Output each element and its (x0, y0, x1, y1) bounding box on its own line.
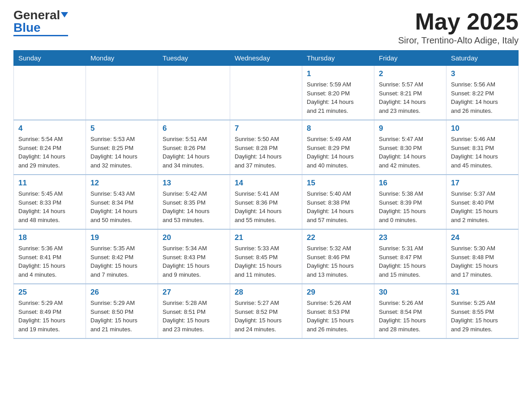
calendar-cell: 10Sunrise: 5:46 AM Sunset: 8:31 PM Dayli… (446, 120, 519, 175)
calendar-cell (14, 66, 86, 120)
weekday-header-saturday: Saturday (446, 51, 519, 66)
day-info: Sunrise: 5:26 AM Sunset: 8:54 PM Dayligh… (379, 299, 442, 334)
day-number: 2 (379, 69, 442, 78)
calendar-week-row: 11Sunrise: 5:45 AM Sunset: 8:33 PM Dayli… (14, 175, 519, 229)
day-number: 10 (451, 124, 514, 133)
calendar-header-row: SundayMondayTuesdayWednesdayThursdayFrid… (14, 51, 519, 66)
day-number: 29 (307, 288, 369, 297)
calendar-week-row: 4Sunrise: 5:54 AM Sunset: 8:24 PM Daylig… (14, 120, 519, 175)
day-info: Sunrise: 5:47 AM Sunset: 8:30 PM Dayligh… (379, 135, 442, 170)
day-number: 22 (307, 233, 369, 242)
weekday-header-monday: Monday (86, 51, 158, 66)
day-info: Sunrise: 5:45 AM Sunset: 8:33 PM Dayligh… (18, 189, 81, 224)
day-number: 1 (307, 69, 369, 78)
day-number: 13 (163, 179, 225, 188)
day-number: 9 (379, 124, 442, 133)
calendar-week-row: 1Sunrise: 5:59 AM Sunset: 8:20 PM Daylig… (14, 66, 519, 120)
day-number: 26 (90, 288, 153, 297)
day-number: 16 (379, 179, 442, 188)
day-info: Sunrise: 5:56 AM Sunset: 8:22 PM Dayligh… (451, 80, 514, 115)
calendar-cell: 6Sunrise: 5:51 AM Sunset: 8:26 PM Daylig… (158, 120, 230, 175)
day-info: Sunrise: 5:37 AM Sunset: 8:40 PM Dayligh… (451, 189, 514, 224)
calendar-cell: 13Sunrise: 5:42 AM Sunset: 8:35 PM Dayli… (158, 175, 230, 229)
calendar-cell: 5Sunrise: 5:53 AM Sunset: 8:25 PM Daylig… (86, 120, 158, 175)
day-info: Sunrise: 5:28 AM Sunset: 8:51 PM Dayligh… (163, 299, 225, 334)
day-info: Sunrise: 5:46 AM Sunset: 8:31 PM Dayligh… (451, 135, 514, 170)
logo-blue-text: Blue (13, 21, 41, 34)
day-info: Sunrise: 5:32 AM Sunset: 8:46 PM Dayligh… (307, 244, 369, 279)
calendar-cell: 8Sunrise: 5:49 AM Sunset: 8:29 PM Daylig… (302, 120, 374, 175)
day-info: Sunrise: 5:53 AM Sunset: 8:25 PM Dayligh… (90, 135, 153, 170)
day-info: Sunrise: 5:25 AM Sunset: 8:55 PM Dayligh… (451, 299, 514, 334)
day-info: Sunrise: 5:33 AM Sunset: 8:45 PM Dayligh… (235, 244, 297, 279)
day-number: 28 (235, 288, 297, 297)
day-info: Sunrise: 5:51 AM Sunset: 8:26 PM Dayligh… (163, 135, 225, 170)
day-info: Sunrise: 5:57 AM Sunset: 8:21 PM Dayligh… (379, 80, 442, 115)
calendar-cell: 31Sunrise: 5:25 AM Sunset: 8:55 PM Dayli… (446, 284, 519, 338)
weekday-header-tuesday: Tuesday (158, 51, 230, 66)
day-number: 17 (451, 179, 514, 188)
day-info: Sunrise: 5:59 AM Sunset: 8:20 PM Dayligh… (307, 80, 369, 115)
calendar-cell: 14Sunrise: 5:41 AM Sunset: 8:36 PM Dayli… (230, 175, 302, 229)
calendar-cell: 9Sunrise: 5:47 AM Sunset: 8:30 PM Daylig… (374, 120, 446, 175)
day-number: 23 (379, 233, 442, 242)
calendar-cell: 28Sunrise: 5:27 AM Sunset: 8:52 PM Dayli… (230, 284, 302, 338)
day-number: 19 (90, 233, 153, 242)
day-number: 5 (90, 124, 153, 133)
calendar-cell: 26Sunrise: 5:29 AM Sunset: 8:50 PM Dayli… (86, 284, 158, 338)
day-info: Sunrise: 5:29 AM Sunset: 8:49 PM Dayligh… (18, 299, 81, 334)
day-info: Sunrise: 5:43 AM Sunset: 8:34 PM Dayligh… (90, 189, 153, 224)
day-number: 3 (451, 69, 514, 78)
weekday-header-sunday: Sunday (14, 51, 86, 66)
calendar-cell: 12Sunrise: 5:43 AM Sunset: 8:34 PM Dayli… (86, 175, 158, 229)
logo-underline (13, 35, 68, 36)
calendar-week-row: 25Sunrise: 5:29 AM Sunset: 8:49 PM Dayli… (14, 284, 519, 338)
month-title: May 2025 (398, 9, 519, 34)
day-info: Sunrise: 5:34 AM Sunset: 8:43 PM Dayligh… (163, 244, 225, 279)
day-info: Sunrise: 5:49 AM Sunset: 8:29 PM Dayligh… (307, 135, 369, 170)
day-info: Sunrise: 5:50 AM Sunset: 8:28 PM Dayligh… (235, 135, 297, 170)
day-info: Sunrise: 5:42 AM Sunset: 8:35 PM Dayligh… (163, 189, 225, 224)
weekday-header-friday: Friday (374, 51, 446, 66)
calendar-cell: 16Sunrise: 5:38 AM Sunset: 8:39 PM Dayli… (374, 175, 446, 229)
day-number: 11 (18, 179, 81, 188)
day-info: Sunrise: 5:27 AM Sunset: 8:52 PM Dayligh… (235, 299, 297, 334)
calendar-cell: 17Sunrise: 5:37 AM Sunset: 8:40 PM Dayli… (446, 175, 519, 229)
day-number: 14 (235, 179, 297, 188)
day-number: 31 (451, 288, 514, 297)
day-number: 12 (90, 179, 153, 188)
calendar-cell: 1Sunrise: 5:59 AM Sunset: 8:20 PM Daylig… (302, 66, 374, 120)
calendar-cell: 7Sunrise: 5:50 AM Sunset: 8:28 PM Daylig… (230, 120, 302, 175)
day-number: 6 (163, 124, 225, 133)
calendar-cell: 4Sunrise: 5:54 AM Sunset: 8:24 PM Daylig… (14, 120, 86, 175)
calendar-cell: 30Sunrise: 5:26 AM Sunset: 8:54 PM Dayli… (374, 284, 446, 338)
day-number: 25 (18, 288, 81, 297)
calendar-cell: 21Sunrise: 5:33 AM Sunset: 8:45 PM Dayli… (230, 229, 302, 284)
day-info: Sunrise: 5:30 AM Sunset: 8:48 PM Dayligh… (451, 244, 514, 279)
day-info: Sunrise: 5:40 AM Sunset: 8:38 PM Dayligh… (307, 189, 369, 224)
day-number: 30 (379, 288, 442, 297)
calendar-cell: 22Sunrise: 5:32 AM Sunset: 8:46 PM Dayli… (302, 229, 374, 284)
logo-triangle-icon (61, 12, 68, 17)
logo: General Blue (13, 9, 68, 36)
weekday-header-thursday: Thursday (302, 51, 374, 66)
day-info: Sunrise: 5:35 AM Sunset: 8:42 PM Dayligh… (90, 244, 153, 279)
location-text: Siror, Trentino-Alto Adige, Italy (398, 35, 519, 46)
calendar-cell: 19Sunrise: 5:35 AM Sunset: 8:42 PM Dayli… (86, 229, 158, 284)
day-number: 8 (307, 124, 369, 133)
calendar-cell: 15Sunrise: 5:40 AM Sunset: 8:38 PM Dayli… (302, 175, 374, 229)
day-number: 15 (307, 179, 369, 188)
calendar-cell (86, 66, 158, 120)
calendar-cell: 24Sunrise: 5:30 AM Sunset: 8:48 PM Dayli… (446, 229, 519, 284)
calendar-cell: 29Sunrise: 5:26 AM Sunset: 8:53 PM Dayli… (302, 284, 374, 338)
weekday-header-wednesday: Wednesday (230, 51, 302, 66)
day-number: 7 (235, 124, 297, 133)
calendar-cell: 23Sunrise: 5:31 AM Sunset: 8:47 PM Dayli… (374, 229, 446, 284)
calendar-table: SundayMondayTuesdayWednesdayThursdayFrid… (13, 50, 519, 339)
day-number: 20 (163, 233, 225, 242)
day-number: 18 (18, 233, 81, 242)
calendar-cell: 18Sunrise: 5:36 AM Sunset: 8:41 PM Dayli… (14, 229, 86, 284)
calendar-week-row: 18Sunrise: 5:36 AM Sunset: 8:41 PM Dayli… (14, 229, 519, 284)
title-area: May 2025 Siror, Trentino-Alto Adige, Ita… (398, 9, 519, 46)
calendar-cell: 3Sunrise: 5:56 AM Sunset: 8:22 PM Daylig… (446, 66, 519, 120)
